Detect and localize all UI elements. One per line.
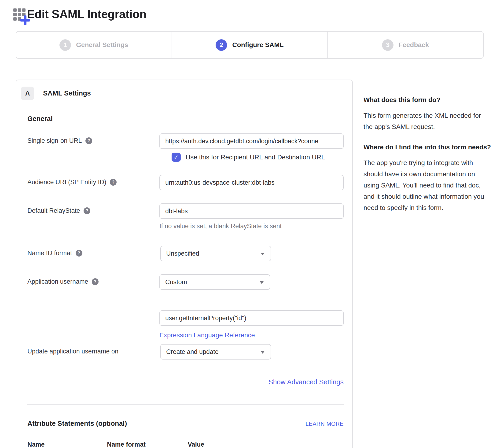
recipient-url-checkbox-row: ✓ Use this for Recipient URL and Destina…	[172, 153, 344, 162]
show-advanced-settings-link[interactable]: Show Advanced Settings	[269, 378, 344, 386]
field-label: Default RelayState ?	[27, 203, 160, 214]
chevron-down-icon	[260, 281, 264, 284]
step-wizard: 1 General Settings 2 Configure SAML 3 Fe…	[16, 31, 484, 59]
chevron-down-icon	[261, 253, 264, 255]
general-heading: General	[27, 115, 344, 123]
panel-title: SAML Settings	[43, 89, 91, 97]
field-name-id-format: Name ID format ? Unspecified	[27, 246, 344, 261]
checkbox-label: Use this for Recipient URL and Destinati…	[186, 154, 325, 161]
attribute-statements-columns: Name Name format Value	[27, 441, 344, 448]
column-header-value: Value	[188, 441, 204, 448]
field-application-username: Application username ? Custom Expression…	[27, 274, 344, 339]
attribute-statements-header: Attribute Statements (optional) LEARN MO…	[27, 420, 344, 427]
step-label: General Settings	[76, 41, 128, 49]
learn-more-link[interactable]: LEARN MORE	[306, 421, 344, 427]
help-answer-2: The app you're trying to integrate with …	[364, 157, 492, 213]
panel-head: A SAML Settings	[21, 87, 352, 100]
use-for-recipient-checkbox[interactable]: ✓	[172, 153, 181, 162]
field-update-username-on: Update application username on Create an…	[27, 344, 344, 360]
saml-settings-panel: A SAML Settings General Single sign-on U…	[16, 80, 353, 448]
step-number-icon: 3	[382, 39, 393, 51]
step-number-icon: 2	[216, 39, 227, 51]
help-question-2: Where do I find the info this form needs…	[364, 143, 492, 152]
field-label: Name ID format ?	[27, 246, 160, 257]
help-icon[interactable]: ?	[76, 250, 82, 256]
step-configure-saml[interactable]: 2 Configure SAML	[172, 32, 327, 58]
custom-username-expression-input[interactable]	[160, 310, 344, 326]
field-label: Single sign-on URL ?	[27, 133, 160, 144]
step-label: Configure SAML	[232, 41, 283, 49]
help-answer-1: This form generates the XML needed for t…	[364, 110, 492, 132]
application-username-select[interactable]: Custom	[160, 274, 270, 290]
name-id-format-select[interactable]: Unspecified	[160, 246, 271, 261]
page-header: Edit SAML Integration	[13, 7, 146, 22]
step-feedback[interactable]: 3 Feedback	[327, 32, 483, 58]
check-icon: ✓	[174, 154, 179, 160]
default-relaystate-input[interactable]	[160, 203, 344, 219]
grid-plus-icon	[13, 8, 27, 22]
field-label: Application username ?	[27, 274, 160, 285]
help-icon[interactable]: ?	[85, 137, 92, 144]
help-question-1: What does this form do?	[364, 96, 492, 104]
column-header-name-format: Name format	[107, 441, 188, 448]
step-general-settings[interactable]: 1 General Settings	[16, 32, 172, 58]
expression-language-reference-link[interactable]: Expression Language Reference	[160, 331, 255, 339]
single-sign-on-url-input[interactable]	[160, 133, 344, 149]
section-divider	[27, 404, 344, 405]
section-letter-badge: A	[21, 87, 34, 100]
help-sidebar: What does this form do? This form genera…	[364, 96, 492, 224]
field-label: Update application username on	[27, 344, 160, 355]
step-label: Feedback	[399, 41, 429, 49]
column-header-name: Name	[27, 441, 107, 448]
page-title: Edit SAML Integration	[27, 7, 146, 22]
help-icon[interactable]: ?	[110, 179, 117, 186]
help-icon[interactable]: ?	[83, 207, 90, 214]
help-icon[interactable]: ?	[92, 278, 98, 285]
field-default-relaystate: Default RelayState ? If no value is set,…	[27, 203, 344, 230]
relaystate-hint: If no value is set, a blank RelayState i…	[160, 223, 344, 230]
plus-icon	[20, 16, 30, 25]
field-single-sign-on-url: Single sign-on URL ?	[27, 133, 344, 149]
chevron-down-icon	[261, 351, 264, 354]
update-username-select[interactable]: Create and update	[160, 344, 271, 360]
attribute-statements-heading: Attribute Statements (optional)	[27, 420, 127, 427]
field-audience-uri: Audience URI (SP Entity ID) ?	[27, 175, 344, 190]
step-number-icon: 1	[60, 39, 71, 51]
field-label: Audience URI (SP Entity ID) ?	[27, 175, 160, 186]
audience-uri-input[interactable]	[160, 175, 344, 190]
